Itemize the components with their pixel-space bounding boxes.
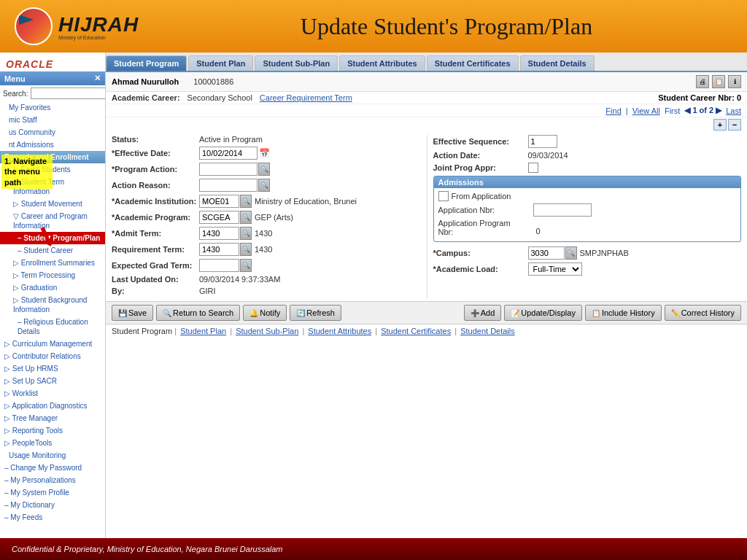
effective-sequence-row: Effective Sequence: [433,135,742,148]
sidebar-item-set-up-hrms[interactable]: ▷ Set Up HRMS [0,362,105,375]
admissions-header: Admissions [434,176,741,188]
remove-row-btn[interactable]: − [728,119,741,131]
expected-grad-term-lookup-btn[interactable]: 🔍 [240,259,252,272]
sidebar-item-my-system-profile[interactable]: – My System Profile [0,486,105,499]
career-req-term-link[interactable]: Career Requirement Term [260,93,352,102]
oracle-logo: ORACLE [0,55,105,71]
action-reason-lookup-btn[interactable]: 🔍 [258,179,270,192]
menu-close-btn[interactable]: ✕ [94,74,101,83]
sidebar-item-worklist[interactable]: ▷ Worklist [0,387,105,400]
effective-date-input[interactable] [199,147,258,160]
view-all-link[interactable]: View All [632,106,660,115]
update-display-button[interactable]: 📝 Update/Display [504,305,582,321]
sidebar-item-curriculum-mgmt[interactable]: ▷ Curriculum Management [0,338,105,350]
last-link[interactable]: Last [726,106,741,115]
admissions-box: Admissions From Application Application … [433,176,742,242]
requirement-term-input[interactable] [199,243,239,256]
sidebar-item-my-personalizations[interactable]: – My Personalizations [0,474,105,486]
search-input[interactable] [31,88,106,99]
refresh-button[interactable]: 🔄 Refresh [290,305,341,321]
program-action-row: *Program Action: 🔍 [112,163,421,176]
sidebar-item-term-processing[interactable]: ▷ Term Processing [0,269,105,281]
include-history-button[interactable]: 📋 Include History [585,305,662,321]
add-button[interactable]: ➕ Add [464,305,502,321]
bottom-link-student-certificates[interactable]: Student Certificates [381,327,451,335]
last-updated-row: Last Updated On: 09/03/2014 9:37:33AM [112,275,421,284]
by-row: By: GIRI [112,287,421,295]
action-reason-row: Action Reason: 🔍 [112,179,421,192]
application-nbr-label: Application Nbr: [438,206,533,214]
tab-student-program[interactable]: Student Program [106,55,187,71]
admit-term-label: *Admit Term: [112,229,199,238]
separator-1: | [626,106,628,115]
icon-btn-3[interactable]: ℹ [728,75,741,88]
by-label: By: [112,287,199,295]
sidebar-item-contributor-relations[interactable]: ▷ Contributor Relations [0,350,105,362]
return-to-search-button[interactable]: 🔍 Return to Search [156,305,240,321]
sidebar-item-academic-staff[interactable]: mic Staff [0,114,105,126]
joint-prog-appr-checkbox[interactable] [528,163,538,173]
sidebar-item-student-movement[interactable]: ▷ Student Movement [0,198,105,210]
sidebar-item-religious-education[interactable]: – Religious Education Details [0,316,105,338]
tab-student-attributes[interactable]: Student Attributes [339,55,425,71]
student-info-bar: Ahmad Nuurulloh 100001886 🖨 📋 ℹ [106,72,747,92]
application-nbr-input[interactable] [533,203,592,217]
calendar-icon[interactable]: 📅 [259,148,270,158]
sidebar-item-my-feeds[interactable]: – My Feeds [0,511,105,524]
action-reason-input[interactable] [199,179,258,192]
academic-institution-row: *Academic Institution: 🔍 Ministry of Edu… [112,195,421,208]
bottom-link-student-details[interactable]: Student Details [460,327,515,335]
sidebar-item-set-up-sacr[interactable]: ▷ Set Up SACR [0,375,105,387]
academic-institution-lookup-btn[interactable]: 🔍 [240,195,252,208]
admit-term-lookup-btn[interactable]: 🔍 [240,227,252,240]
sidebar-item-student-background[interactable]: ▷ Student Background Information [0,294,105,316]
from-application-checkbox[interactable] [438,191,449,201]
program-action-lookup-btn[interactable]: 🔍 [258,163,270,176]
sidebar-item-reporting-tools[interactable]: ▷ Reporting Tools [0,424,105,437]
logo-area: HIJRAH Ministry of Education [15,7,160,45]
sidebar-item-my-favorites[interactable]: My Favorites [0,101,105,114]
icon-btn-1[interactable]: 🖨 [696,75,709,88]
sidebar-item-tree-manager[interactable]: ▷ Tree Manager [0,412,105,424]
bottom-link-student-program[interactable]: Student Program [112,327,172,335]
sidebar-item-usage-monitoring[interactable]: Usage Monitoring [0,449,105,462]
sidebar-item-people-tools[interactable]: ▷ PeopleTools [0,437,105,449]
add-row-btn[interactable]: + [713,119,727,131]
find-link[interactable]: Find [605,106,621,115]
last-updated-value: 09/03/2014 9:37:33AM [199,275,280,284]
tab-student-sub-plan[interactable]: Student Sub-Plan [255,55,338,71]
content-area: Student Program Student Plan Student Sub… [106,52,747,538]
save-button[interactable]: 💾 Save [112,305,153,321]
bottom-link-student-sub-plan[interactable]: Student Sub-Plan [236,327,298,335]
effective-date-row: *Effective Date: 📅 [112,147,421,160]
sidebar-item-us-community[interactable]: us Community [0,126,105,139]
campus-input[interactable] [528,246,565,260]
campus-lookup-btn[interactable]: 🔍 [565,246,577,260]
program-action-input[interactable] [199,163,258,176]
effective-sequence-input[interactable] [528,135,557,148]
sidebar-item-application-diag[interactable]: ▷ Application Diagnostics [0,400,105,412]
sidebar-item-change-password[interactable]: – Change My Password [0,462,105,474]
sidebar-item-nt-admissions[interactable]: nt Admissions [0,139,105,151]
expected-grad-term-input[interactable] [199,259,239,272]
academic-program-lookup-btn[interactable]: 🔍 [240,211,252,224]
icon-btn-2[interactable]: 📋 [712,75,725,88]
effective-date-label: *Effective Date: [112,149,199,158]
bottom-link-student-attributes[interactable]: Student Attributes [308,327,371,335]
admit-term-input[interactable] [199,227,239,240]
campus-label: *Campus: [433,249,528,257]
tab-student-certificates[interactable]: Student Certificates [427,55,519,71]
academic-program-input[interactable] [199,211,239,224]
sidebar-item-enrollment-summaries[interactable]: ▷ Enrollment Summaries [0,257,105,269]
requirement-term-lookup-btn[interactable]: 🔍 [240,243,252,256]
bottom-link-student-plan[interactable]: Student Plan [180,327,226,335]
action-date-row: Action Date: 09/03/2014 [433,151,742,160]
academic-institution-input[interactable] [199,195,239,208]
academic-load-select[interactable]: Full-Time Part-Time [528,262,582,276]
tab-student-plan[interactable]: Student Plan [188,55,253,71]
sidebar-item-my-dictionary[interactable]: – My Dictionary [0,499,105,511]
notify-button[interactable]: 🔔 Notify [243,305,287,321]
correct-history-button[interactable]: ✏️ Correct History [665,305,741,321]
sidebar-item-graduation[interactable]: ▷ Graduation [0,281,105,294]
tab-student-details[interactable]: Student Details [520,55,595,71]
